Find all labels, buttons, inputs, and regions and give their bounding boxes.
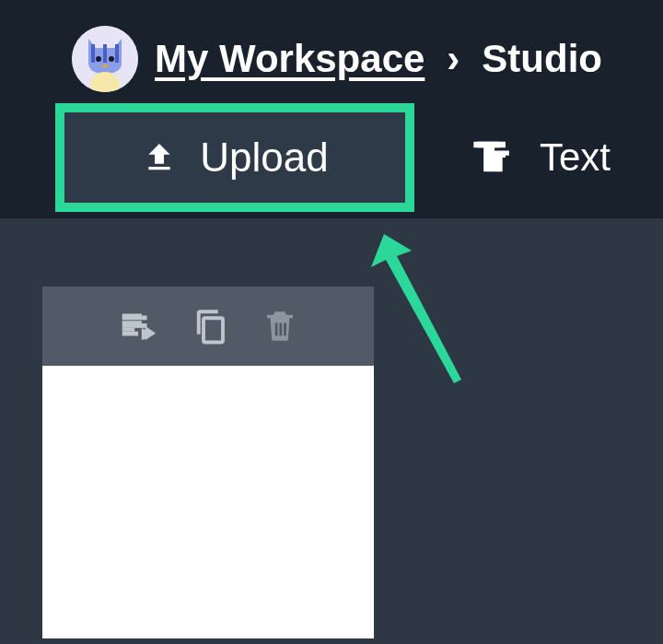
upload-button[interactable]: Upload	[55, 103, 414, 212]
content-area	[0, 218, 663, 644]
svg-rect-8	[122, 323, 147, 328]
text-button[interactable]: Text	[459, 117, 622, 198]
svg-rect-10	[204, 318, 223, 342]
svg-rect-2	[103, 44, 107, 63]
toolbar: Upload Text	[0, 92, 663, 212]
trash-icon[interactable]	[261, 307, 299, 345]
svg-rect-12	[279, 323, 282, 336]
breadcrumb-current: Studio	[482, 37, 602, 81]
svg-rect-7	[122, 316, 147, 321]
svg-rect-9	[122, 332, 138, 336]
copy-icon[interactable]	[191, 307, 229, 345]
top-bar: My Workspace › Studio Upload Text	[0, 0, 663, 218]
avatar[interactable]	[72, 26, 138, 92]
card-toolbar	[42, 287, 374, 366]
text-label: Text	[540, 135, 611, 180]
svg-rect-1	[91, 44, 95, 63]
cat-avatar-icon	[72, 26, 138, 92]
workspace-link[interactable]: My Workspace	[155, 37, 425, 81]
breadcrumb-separator: ›	[447, 37, 459, 81]
upload-label: Upload	[200, 135, 328, 181]
text-format-icon	[470, 134, 518, 181]
svg-point-4	[96, 56, 101, 62]
svg-point-5	[109, 56, 114, 62]
svg-rect-3	[115, 44, 119, 63]
playlist-play-icon[interactable]	[117, 305, 159, 347]
svg-rect-11	[275, 323, 278, 336]
upload-icon	[141, 139, 178, 176]
card-body	[42, 366, 374, 638]
svg-rect-13	[284, 323, 286, 336]
card[interactable]	[42, 287, 374, 638]
breadcrumb: My Workspace › Studio	[0, 26, 663, 92]
